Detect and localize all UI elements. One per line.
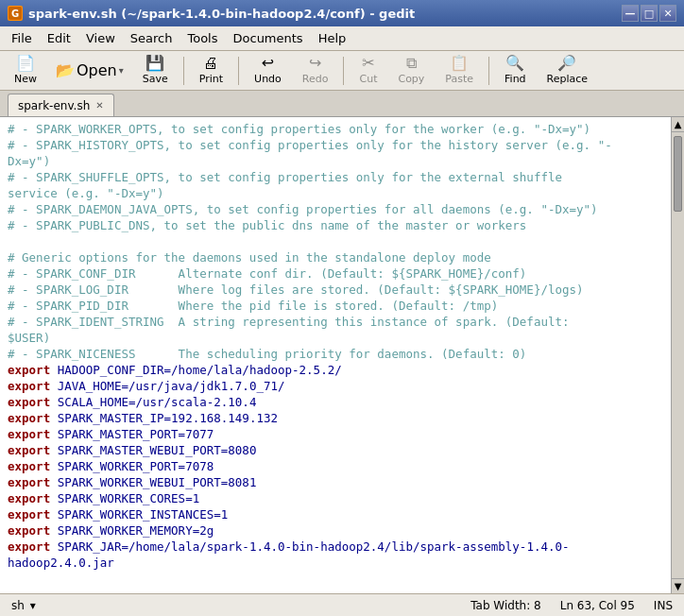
- code-line-17: export JAVA_HOME=/usr/java/jdk1.7.0_71/: [8, 379, 285, 393]
- paste-button[interactable]: 📋 Paste: [436, 54, 482, 88]
- code-line-25: export SPARK_WORKER_INSTANCES=1: [8, 507, 228, 522]
- code-line-18: export SCALA_HOME=/usr/scala-2.10.4: [8, 395, 256, 409]
- insert-mode: INS: [654, 599, 673, 612]
- undo-label: Undo: [254, 73, 282, 85]
- editor-main: # - SPARK_WORKER_OPTS, to set config pro…: [0, 117, 671, 593]
- redo-button[interactable]: ↪ Redo: [294, 54, 337, 88]
- replace-icon: 🔎: [557, 56, 576, 71]
- toolbar-separator-3: [343, 57, 344, 85]
- code-line-5: service (e.g. "-Dx=y"): [8, 186, 164, 200]
- save-label: Save: [143, 73, 168, 85]
- open-arrow-icon: ▾: [119, 65, 124, 76]
- minimize-button[interactable]: —: [622, 5, 639, 22]
- language-mode[interactable]: sh: [11, 599, 25, 612]
- statusbar-left: sh ▾: [11, 599, 36, 612]
- paste-label: Paste: [445, 73, 473, 85]
- open-icon: 📂: [56, 63, 75, 78]
- toolbar-separator-1: [183, 57, 184, 85]
- menu-search[interactable]: Search: [123, 28, 180, 48]
- menu-view[interactable]: View: [78, 28, 123, 48]
- code-line-10: # - SPARK_CONF_DIR Alternate conf dir. (…: [8, 266, 526, 281]
- undo-button[interactable]: ↩ Undo: [246, 54, 290, 88]
- menu-file[interactable]: File: [4, 28, 40, 48]
- code-line-11: # - SPARK_LOG_DIR Where log files are st…: [8, 282, 584, 297]
- mode-arrow-icon: ▾: [30, 599, 36, 612]
- code-line-1: # - SPARK_WORKER_OPTS, to set config pro…: [8, 122, 590, 136]
- code-line-16: export HADOOP_CONF_DIR=/home/lala/hadoop…: [8, 363, 342, 377]
- replace-button[interactable]: 🔎 Replace: [539, 54, 597, 88]
- cursor-position: Ln 63, Col 95: [560, 599, 635, 612]
- copy-button[interactable]: ⧉ Copy: [389, 54, 433, 88]
- save-icon: 💾: [145, 56, 164, 71]
- toolbar: 📄 New 📂 Open ▾ 💾 Save 🖨 Print ↩ Undo ↪ R…: [0, 51, 684, 91]
- maximize-button[interactable]: □: [641, 5, 658, 22]
- scrollbar-down-button[interactable]: ▼: [672, 578, 684, 593]
- find-button[interactable]: 🔍 Find: [496, 54, 535, 88]
- redo-label: Redo: [302, 73, 329, 85]
- menu-help[interactable]: Help: [311, 28, 354, 48]
- cut-button[interactable]: ✂ Cut: [351, 54, 385, 88]
- paste-icon: 📋: [450, 56, 469, 71]
- menu-documents[interactable]: Documents: [226, 28, 311, 48]
- code-line-24: export SPARK_WORKER_CORES=1: [8, 491, 199, 505]
- code-line-19: export SPARK_MASTER_IP=192.168.149.132: [8, 411, 278, 425]
- code-line-14: $USER): [8, 331, 50, 345]
- close-button[interactable]: ✕: [659, 5, 676, 22]
- new-label: New: [14, 73, 37, 85]
- code-line-15: # - SPARK_NICENESS The scheduling priori…: [8, 347, 526, 361]
- tab-spark-env[interactable]: spark-env.sh ✕: [8, 94, 114, 116]
- code-line-26: export SPARK_WORKER_MEMORY=2g: [8, 523, 214, 538]
- open-label: Open: [77, 61, 117, 79]
- tabbar: spark-env.sh ✕: [0, 91, 684, 117]
- undo-icon: ↩: [262, 56, 274, 71]
- open-button[interactable]: 📂 Open ▾: [49, 54, 130, 88]
- menu-edit[interactable]: Edit: [40, 28, 78, 48]
- menubar: File Edit View Search Tools Documents He…: [0, 26, 684, 51]
- find-icon: 🔍: [505, 56, 524, 71]
- tab-label: spark-env.sh: [18, 99, 90, 112]
- code-line-22: export SPARK_WORKER_PORT=7078: [8, 459, 214, 473]
- code-line-12: # - SPARK_PID_DIR Where the pid file is …: [8, 299, 498, 313]
- code-line-3: Dx=y"): [8, 154, 50, 168]
- titlebar-left: G spark-env.sh (~/spark-1.4.0-bin-hadoop…: [8, 6, 415, 21]
- app-icon: G: [8, 6, 23, 21]
- new-icon: 📄: [16, 56, 35, 71]
- editor-content[interactable]: # - SPARK_WORKER_OPTS, to set config pro…: [0, 117, 671, 593]
- code-line-20: export SPARK_MASTER_PORT=7077: [8, 427, 214, 441]
- save-button[interactable]: 💾 Save: [134, 54, 177, 88]
- scrollbar-thumb[interactable]: [674, 136, 682, 212]
- code-line-7: # - SPARK_PUBLIC_DNS, to set the public …: [8, 218, 526, 232]
- cut-label: Cut: [359, 73, 377, 85]
- svg-text:G: G: [11, 9, 19, 19]
- code-line-13: # - SPARK_IDENT_STRING A string represen…: [8, 315, 570, 329]
- titlebar: G spark-env.sh (~/spark-1.4.0-bin-hadoop…: [0, 0, 684, 26]
- code-line-8: [8, 234, 15, 248]
- copy-icon: ⧉: [406, 56, 417, 71]
- code-line-27: export SPARK_JAR=/home/lala/spark-1.4.0-…: [8, 539, 570, 554]
- tab-close-button[interactable]: ✕: [95, 100, 103, 111]
- code-line-21: export SPARK_MASTER_WEBUI_PORT=8080: [8, 443, 256, 457]
- new-button[interactable]: 📄 New: [6, 54, 45, 88]
- code-line-28: hadoop2.4.0.jar: [8, 556, 114, 570]
- code-line-23: export SPARK_WORKER_WEBUI_PORT=8081: [8, 475, 256, 489]
- window-controls[interactable]: — □ ✕: [622, 5, 676, 22]
- scrollbar-track[interactable]: [672, 132, 684, 578]
- copy-label: Copy: [398, 73, 424, 85]
- replace-label: Replace: [547, 73, 589, 85]
- find-label: Find: [504, 73, 526, 85]
- redo-icon: ↪: [309, 56, 321, 71]
- editor-container: # - SPARK_WORKER_OPTS, to set config pro…: [0, 117, 684, 593]
- print-icon: 🖨: [203, 56, 218, 71]
- toolbar-separator-4: [488, 57, 489, 85]
- tab-width[interactable]: Tab Width: 8: [470, 599, 540, 612]
- cut-icon: ✂: [362, 56, 374, 71]
- code-line-4: # - SPARK_SHUFFLE_OPTS, to set config pr…: [8, 170, 562, 184]
- scrollbar-up-button[interactable]: ▲: [672, 117, 684, 132]
- code-line-9: # Generic options for the daemons used i…: [8, 250, 491, 265]
- code-line-2: # - SPARK_HISTORY_OPTS, to set config pr…: [8, 138, 612, 152]
- toolbar-separator-2: [238, 57, 239, 85]
- print-label: Print: [199, 73, 223, 85]
- print-button[interactable]: 🖨 Print: [191, 54, 231, 88]
- vertical-scrollbar[interactable]: ▲ ▼: [671, 117, 684, 593]
- menu-tools[interactable]: Tools: [180, 28, 225, 48]
